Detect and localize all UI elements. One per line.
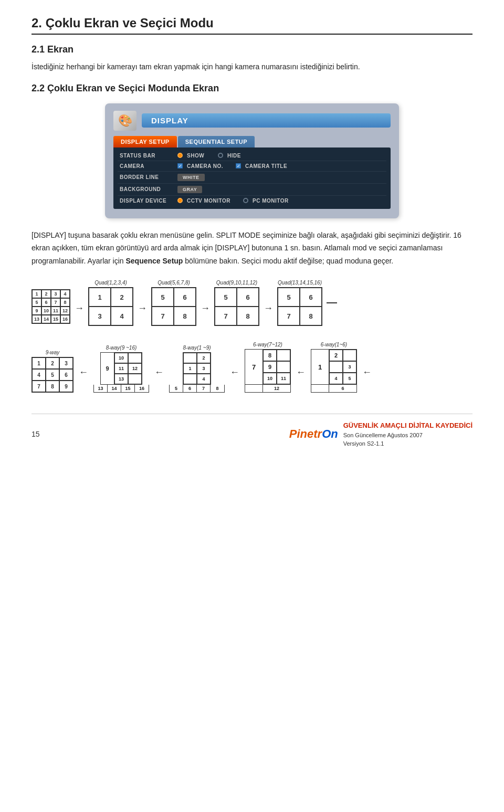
display-header: 🎨 DISPLAY: [113, 111, 391, 131]
footer: 15 PinetrOn GÜVENLİK AMAÇLI DİJİTAL KAYD…: [32, 414, 472, 448]
radio-show-on: [177, 153, 183, 158]
checkbox-camera-no: ✓: [177, 163, 183, 168]
6a-cell-7: 7: [245, 350, 263, 384]
8b-blank1: [183, 353, 197, 363]
8a-c13: 13: [114, 374, 128, 384]
display-icon: 🎨: [113, 111, 136, 131]
body-paragraph: [DISPLAY] tuşuna basarak çoklu ekran men…: [32, 229, 472, 268]
q3-cell-4: 8: [237, 307, 259, 325]
src-cell-5: 5: [32, 298, 41, 307]
6b-c2: 2: [329, 350, 343, 361]
eight-way-1-9-group: 8-way(1 ~9) 2 1 3 4 5 6 7 8: [169, 345, 225, 393]
btn-white[interactable]: WHITE: [177, 174, 205, 181]
src-cell-14: 14: [41, 315, 51, 323]
source-grid: 1 2 3 4 5 6 7 8 9 10 11 12 13 14 15 16: [32, 289, 70, 324]
src-cell-7: 7: [51, 298, 60, 307]
8a-c12: 12: [128, 363, 142, 374]
8a-b16: 16: [135, 385, 149, 392]
text-camera-no: CAMERA NO.: [187, 163, 223, 169]
logo-orange: Pinetr: [289, 427, 322, 440]
8b-c3: 3: [197, 363, 211, 374]
quad-9-12-group: Quad(9,10,11,12) 5 6 7 8: [214, 280, 259, 326]
arrow-4: →: [264, 303, 273, 314]
end-line-1: [327, 302, 337, 303]
display-tabs: DISPLAY SETUP SEQUENTIAL SETUP: [113, 136, 391, 147]
btn-gray-value[interactable]: GRAY: [177, 186, 202, 193]
label-6way-1-6: 6-way(1~6): [321, 342, 347, 347]
nine-way-group: 9-way 1 2 3 4 5 6 7 8 9: [32, 350, 74, 393]
label-8way-1-9: 8-way(1 ~9): [183, 345, 211, 351]
grid-6way-7-12: 7 8 9 10 11: [245, 349, 291, 385]
value-background: GRAY: [177, 186, 386, 193]
8b-b8: 8: [211, 385, 224, 392]
6b-b-blank: [311, 385, 329, 392]
src-cell-15: 15: [51, 315, 60, 323]
9w-5: 5: [46, 369, 59, 381]
label-quad-9-12: Quad(9,10,11,12): [216, 280, 257, 286]
8a-cell-9: 9: [101, 353, 114, 384]
value-display-device: CCTV MONITOR PC MONITOR: [177, 198, 386, 204]
quad-5678-group: Quad(5,6,7,8) 5 6 7 8: [151, 280, 196, 326]
q4-cell-2: 6: [300, 288, 322, 307]
radio-pc-off: [243, 198, 248, 203]
label-quad-1234: Quad(1,2,3,4): [94, 280, 127, 286]
display-row-background: BACKGROUND GRAY: [118, 184, 386, 196]
8a-b15: 15: [121, 385, 135, 392]
src-cell-3: 3: [51, 290, 60, 298]
8b-b5: 5: [170, 385, 183, 392]
quad-13-16: 5 6 7 8: [277, 287, 322, 326]
arrow-2: →: [138, 303, 147, 314]
display-title: DISPLAY: [142, 113, 391, 128]
display-row-status-bar: STATUS BAR SHOW HIDE: [118, 151, 386, 161]
quad-5678: 5 6 7 8: [151, 287, 196, 326]
8b-c1: 1: [183, 363, 197, 374]
6a-c9: 9: [263, 361, 277, 373]
page-number: 15: [32, 430, 40, 438]
section1-title: 2.1 Ekran: [32, 44, 472, 55]
6b-b6: 6: [329, 385, 356, 392]
footer-version: Versiyon S2-1.1: [343, 439, 472, 448]
src-cell-8: 8: [60, 298, 70, 307]
8b-b6: 6: [183, 385, 197, 392]
arrow-left-1: ←: [79, 367, 88, 378]
9w-8: 8: [46, 381, 59, 392]
src-cell-4: 4: [60, 290, 70, 298]
9w-1: 1: [32, 357, 46, 369]
footer-info: GÜVENLİK AMAÇLI DİJİTAL KAYDEDİCİ Son Gü…: [343, 420, 472, 448]
src-cell-2: 2: [41, 290, 51, 298]
label-background: BACKGROUND: [118, 186, 175, 192]
label-8way-9-16: 8-way(9 ~16): [106, 345, 137, 351]
quad-9-12: 5 6 7 8: [214, 287, 259, 326]
6b-blank2: [329, 361, 343, 373]
6b-c5: 5: [343, 373, 356, 384]
8a-blank: [128, 353, 142, 363]
src-cell-11: 11: [51, 307, 60, 315]
diagram-row-1: 1 2 3 4 5 6 7 8 9 10 11 12 13 14 15 16 →: [32, 280, 472, 326]
label-border-line: BORDER LINE: [118, 174, 175, 180]
9w-4: 4: [32, 369, 46, 381]
src-cell-9: 9: [32, 307, 41, 315]
src-cell-6: 6: [41, 298, 51, 307]
logo-blue: On: [322, 427, 338, 440]
q1-cell-2: 2: [111, 288, 133, 307]
q2-cell-3: 7: [152, 307, 174, 325]
q2-cell-4: 8: [174, 307, 196, 325]
value-border-line: WHITE: [177, 174, 386, 181]
8a-bottom-row: 13 14 15 16: [93, 385, 149, 393]
6a-bottom-row: 12: [245, 385, 291, 393]
text-cctv-monitor: CCTV MONITOR: [187, 198, 230, 204]
q3-cell-3: 7: [215, 307, 237, 325]
footer-company-desc: GÜVENLİK AMAÇLI DİJİTAL KAYDEDİCİ: [343, 420, 472, 431]
8b-c2: 2: [197, 353, 211, 363]
label-display-device: DISPLAY DEVICE: [118, 198, 175, 204]
src-cell-1: 1: [32, 290, 41, 298]
tab-display-setup[interactable]: DISPLAY SETUP: [113, 136, 177, 147]
tab-sequential-setup[interactable]: SEQUENTIAL SETUP: [178, 136, 255, 147]
q4-cell-1: 5: [278, 288, 300, 307]
six-way-1-6-group: 6-way(1~6) 1 2 3 4 5 6: [311, 342, 357, 393]
8b-c4: 4: [197, 374, 211, 384]
8a-c14-16: [128, 374, 142, 384]
src-cell-16: 16: [60, 315, 70, 323]
value-camera: ✓ CAMERA NO. ✓ CAMERA TITLE: [177, 163, 386, 169]
eight-way-9-16-group: 8-way(9 ~16) 9 10 11 12 13 13 14 15: [93, 345, 149, 393]
